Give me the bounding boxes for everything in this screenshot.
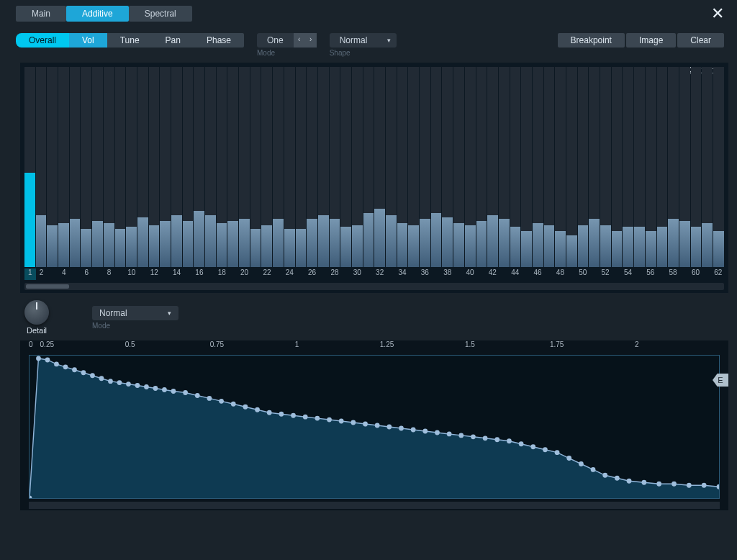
- harmonic-bar[interactable]: [374, 67, 385, 267]
- detail-mode-select[interactable]: Normal ▾: [92, 306, 178, 320]
- breakpoint-node[interactable]: [555, 450, 560, 455]
- harmonic-bar[interactable]: [70, 67, 81, 267]
- harmonic-bar[interactable]: [307, 67, 317, 267]
- harmonic-bar[interactable]: [137, 67, 148, 267]
- harmonic-bar[interactable]: [24, 67, 35, 267]
- clear-button[interactable]: Clear: [677, 33, 724, 48]
- harmonic-bar[interactable]: [589, 67, 600, 267]
- tab-additive[interactable]: Additive: [66, 6, 129, 22]
- breakpoint-node[interactable]: [656, 482, 661, 487]
- breakpoint-node[interactable]: [291, 413, 296, 418]
- breakpoint-button[interactable]: Breakpoint: [558, 33, 625, 48]
- breakpoint-node[interactable]: [126, 381, 131, 387]
- breakpoint-node[interactable]: [219, 399, 224, 404]
- harmonic-bar[interactable]: [340, 67, 351, 267]
- breakpoint-node[interactable]: [339, 419, 344, 424]
- harmonic-bar[interactable]: [646, 67, 656, 267]
- harmonic-bar[interactable]: [104, 67, 114, 267]
- param-phase-button[interactable]: Phase: [194, 33, 244, 48]
- breakpoint-node[interactable]: [375, 423, 380, 428]
- breakpoint-node[interactable]: [54, 361, 59, 366]
- harmonic-bar[interactable]: [612, 67, 623, 267]
- harmonic-bar[interactable]: [330, 67, 340, 267]
- harmonic-bar[interactable]: [657, 67, 668, 267]
- harmonic-bar[interactable]: [453, 67, 464, 267]
- harmonic-bar[interactable]: [36, 67, 47, 267]
- harmonic-bar[interactable]: [115, 67, 126, 267]
- breakpoint-node[interactable]: [530, 444, 535, 449]
- harmonic-bar[interactable]: [713, 67, 724, 267]
- breakpoint-node[interactable]: [615, 476, 620, 481]
- breakpoint-node[interactable]: [153, 386, 158, 391]
- harmonic-bar[interactable]: [431, 67, 442, 267]
- breakpoint-node[interactable]: [183, 390, 188, 395]
- breakpoint-node[interactable]: [519, 441, 524, 446]
- chevron-down-icon[interactable]: ▾: [387, 37, 397, 44]
- harmonic-bar[interactable]: [555, 67, 566, 267]
- breakpoint-node[interactable]: [279, 412, 284, 417]
- breakpoint-node[interactable]: [162, 387, 167, 392]
- harmonic-panel[interactable]: H1 -20.29dB 1246810121416182022242628303…: [20, 63, 728, 293]
- breakpoint-node[interactable]: [327, 417, 332, 423]
- breakpoint-node[interactable]: [72, 367, 77, 372]
- breakpoint-node[interactable]: [602, 473, 607, 478]
- harmonic-bar[interactable]: [386, 67, 397, 267]
- breakpoint-node[interactable]: [687, 483, 692, 488]
- breakpoint-node[interactable]: [435, 430, 440, 435]
- breakpoint-node[interactable]: [36, 356, 41, 361]
- shape-value[interactable]: Normal: [330, 33, 388, 48]
- harmonic-bar[interactable]: [352, 67, 363, 267]
- breakpoint-node[interactable]: [351, 420, 356, 425]
- breakpoint-node[interactable]: [171, 389, 176, 394]
- harmonic-bar[interactable]: [205, 67, 216, 267]
- harmonic-bar[interactable]: [47, 67, 58, 267]
- harmonic-bar[interactable]: [679, 67, 690, 267]
- harmonic-bar[interactable]: [487, 67, 498, 267]
- breakpoint-node[interactable]: [483, 435, 488, 441]
- breakpoint-node[interactable]: [471, 434, 476, 439]
- harmonic-bar[interactable]: [92, 67, 103, 267]
- harmonic-bar[interactable]: [702, 67, 713, 267]
- breakpoint-node[interactable]: [447, 431, 452, 436]
- mode-next-button[interactable]: ›: [305, 33, 317, 48]
- tab-spectral[interactable]: Spectral: [129, 6, 192, 22]
- harmonic-bar[interactable]: [217, 67, 227, 267]
- breakpoint-node[interactable]: [99, 376, 104, 381]
- breakpoint-node[interactable]: [627, 479, 632, 484]
- harmonic-bar[interactable]: [227, 67, 238, 267]
- param-overall-button[interactable]: Overall: [16, 33, 69, 48]
- breakpoint-node[interactable]: [494, 437, 499, 442]
- breakpoint-node[interactable]: [458, 433, 464, 438]
- breakpoint-node[interactable]: [386, 425, 392, 430]
- breakpoint-node[interactable]: [243, 405, 248, 410]
- harmonic-bar[interactable]: [261, 67, 272, 267]
- harmonic-bar[interactable]: [273, 67, 284, 267]
- breakpoint-node[interactable]: [543, 447, 548, 452]
- param-pan-button[interactable]: Pan: [153, 33, 194, 48]
- harmonic-bar[interactable]: [566, 67, 577, 267]
- close-icon[interactable]: ✕: [702, 3, 733, 24]
- harmonic-bar[interactable]: [126, 67, 137, 267]
- harmonic-bar[interactable]: [442, 67, 453, 267]
- detail-knob[interactable]: [24, 300, 49, 325]
- harmonic-bar[interactable]: [194, 67, 204, 267]
- breakpoint-node[interactable]: [90, 373, 95, 378]
- harmonic-bar[interactable]: [691, 67, 702, 267]
- image-button[interactable]: Image: [626, 33, 676, 48]
- breakpoint-node[interactable]: [207, 396, 212, 401]
- breakpoint-node[interactable]: [117, 380, 122, 385]
- breakpoint-node[interactable]: [45, 357, 50, 362]
- harmonic-bar[interactable]: [533, 67, 543, 267]
- breakpoint-node[interactable]: [255, 407, 260, 412]
- harmonic-bar[interactable]: [250, 67, 261, 267]
- harmonic-bar[interactable]: [420, 67, 430, 267]
- breakpoint-node[interactable]: [422, 428, 428, 433]
- breakpoint-node[interactable]: [195, 393, 200, 398]
- harmonic-bar[interactable]: [623, 67, 633, 267]
- harmonic-bar[interactable]: [397, 67, 408, 267]
- harmonic-bar[interactable]: [465, 67, 476, 267]
- harmonic-bar[interactable]: [58, 67, 69, 267]
- harmonic-bar[interactable]: [408, 67, 419, 267]
- mode-value[interactable]: One: [257, 33, 294, 48]
- breakpoint-node[interactable]: [231, 402, 236, 407]
